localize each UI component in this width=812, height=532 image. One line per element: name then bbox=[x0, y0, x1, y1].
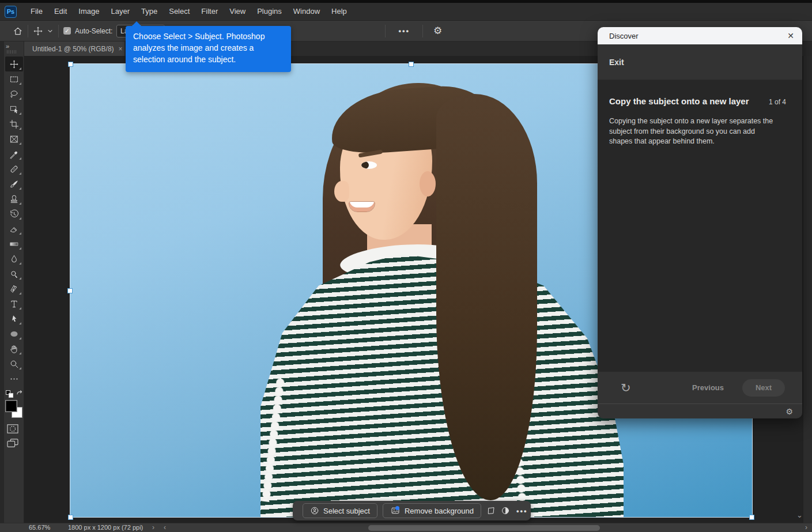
tool-dodge-button[interactable] bbox=[5, 266, 23, 281]
chevron-down-icon bbox=[47, 28, 54, 35]
menu-window[interactable]: Window bbox=[288, 3, 326, 20]
tool-lasso-button[interactable] bbox=[5, 86, 23, 101]
close-tab-icon[interactable]: × bbox=[119, 45, 123, 53]
transform-handle-bottom-left[interactable] bbox=[68, 515, 73, 520]
scroll-left-arrow-icon[interactable]: ‹ bbox=[164, 523, 166, 532]
auto-select-label: Auto-Select: bbox=[75, 27, 112, 35]
right-panel-strip bbox=[803, 56, 812, 523]
foreground-color-swatch[interactable] bbox=[5, 400, 17, 412]
menu-image[interactable]: Image bbox=[73, 3, 105, 20]
screen-mode-icon[interactable] bbox=[6, 438, 19, 448]
tool-frame-button[interactable] bbox=[5, 131, 23, 146]
object-selection-icon bbox=[9, 104, 19, 114]
quick-mask-icon[interactable] bbox=[6, 424, 19, 434]
tool-type-button[interactable] bbox=[5, 296, 23, 311]
coachmark-tooltip: Choose Select > Subject. Photoshop analy… bbox=[126, 26, 291, 72]
tool-gradient-button[interactable] bbox=[5, 236, 23, 251]
tool-marquee-button[interactable] bbox=[5, 71, 23, 86]
tool-healing-brush-button[interactable] bbox=[5, 161, 23, 176]
marquee-icon bbox=[9, 74, 19, 84]
swap-colors-icon[interactable] bbox=[16, 389, 24, 397]
menu-select[interactable]: Select bbox=[163, 3, 195, 20]
discover-settings-row: ⚙ bbox=[598, 403, 802, 418]
auto-select-checkbox[interactable]: ✓ bbox=[63, 27, 71, 35]
tool-move-button[interactable] bbox=[5, 56, 23, 71]
tool-pen-button[interactable] bbox=[5, 281, 23, 296]
previous-button[interactable]: Previous bbox=[692, 383, 724, 392]
transform-handle-bottom-right[interactable] bbox=[749, 515, 754, 520]
horizontal-scrollbar-thumb[interactable] bbox=[368, 525, 600, 531]
menu-type[interactable]: Type bbox=[135, 3, 163, 20]
tool-clone-stamp-button[interactable] bbox=[5, 191, 23, 206]
collapse-chevron-icon[interactable]: ⌄ bbox=[796, 511, 803, 519]
tool-eraser-button[interactable] bbox=[5, 221, 23, 236]
type-icon bbox=[9, 299, 19, 309]
tool-hand-button[interactable] bbox=[5, 341, 23, 356]
tool-blur-button[interactable] bbox=[5, 251, 23, 266]
tool-path-selection-button[interactable] bbox=[5, 311, 23, 326]
move-icon bbox=[9, 59, 19, 69]
magnifier-icon bbox=[9, 359, 19, 369]
blur-drop-icon bbox=[9, 254, 19, 264]
current-tool-button[interactable] bbox=[33, 26, 43, 36]
refresh-icon[interactable]: ↻ bbox=[621, 382, 631, 394]
discover-panel-header[interactable]: Discover ✕ bbox=[598, 27, 802, 44]
discover-footer: ↻ Previous Next bbox=[598, 372, 802, 403]
checkmark-icon: ✓ bbox=[65, 28, 69, 34]
tool-crop-button[interactable] bbox=[5, 116, 23, 131]
divider bbox=[385, 25, 386, 37]
discover-exit-row[interactable]: Exit bbox=[598, 44, 802, 80]
contextual-task-bar: Select subject Remove background ••• bbox=[293, 501, 531, 520]
menu-view[interactable]: View bbox=[224, 3, 251, 20]
tool-eyedropper-button[interactable] bbox=[5, 146, 23, 161]
default-colors-icon-back[interactable] bbox=[9, 393, 13, 398]
transform-handle-top-middle[interactable] bbox=[409, 62, 414, 67]
image-icon-wrap bbox=[390, 505, 401, 516]
color-swatches bbox=[5, 400, 24, 420]
person-icon bbox=[310, 506, 319, 515]
document-info: 1800 px x 1200 px (72 ppi) bbox=[68, 523, 143, 532]
history-brush-icon bbox=[9, 209, 19, 219]
scroll-right-arrow-icon[interactable]: › bbox=[805, 523, 807, 532]
tool-preset-chevron[interactable] bbox=[47, 28, 54, 35]
tool-list bbox=[5, 56, 23, 386]
menu-plugins[interactable]: Plugins bbox=[251, 3, 288, 20]
pen-icon bbox=[9, 284, 19, 294]
taskbar-more-options-icon[interactable]: ••• bbox=[515, 507, 529, 515]
toolbar-grip[interactable] bbox=[7, 50, 17, 54]
brush-icon bbox=[9, 179, 19, 189]
menu-edit[interactable]: Edit bbox=[48, 3, 73, 20]
transform-image-button[interactable] bbox=[486, 504, 496, 518]
divider bbox=[58, 25, 59, 37]
remove-background-button[interactable]: Remove background bbox=[383, 503, 481, 518]
photoshop-logo[interactable]: Ps bbox=[5, 6, 17, 18]
expand-toolbar-icon[interactable]: » bbox=[6, 43, 9, 50]
gear-icon[interactable]: ⚙ bbox=[433, 26, 442, 36]
document-tab[interactable]: Untitled-1 @ 50% (RGB/8) × bbox=[24, 41, 124, 56]
zoom-level-field[interactable]: 65.67% bbox=[29, 523, 50, 532]
tool-brush-button[interactable] bbox=[5, 176, 23, 191]
tool-object-selection-button[interactable] bbox=[5, 101, 23, 116]
menu-layer[interactable]: Layer bbox=[105, 3, 136, 20]
discover-panel-title: Discover bbox=[609, 32, 787, 40]
lasso-icon bbox=[9, 89, 19, 99]
transform-handle-middle-left[interactable] bbox=[67, 288, 73, 293]
half-circle-icon bbox=[501, 506, 510, 515]
menu-filter[interactable]: Filter bbox=[195, 3, 224, 20]
tool-zoom-button[interactable] bbox=[5, 356, 23, 371]
select-subject-button[interactable]: Select subject bbox=[303, 503, 377, 518]
more-options-icon[interactable]: ••• bbox=[398, 27, 410, 35]
menu-help[interactable]: Help bbox=[326, 3, 353, 20]
status-expand-arrow-icon[interactable]: › bbox=[152, 523, 154, 532]
menu-file[interactable]: File bbox=[25, 3, 48, 20]
adjustment-button[interactable] bbox=[501, 504, 510, 518]
gear-icon[interactable]: ⚙ bbox=[785, 408, 793, 416]
edit-toolbar-button[interactable] bbox=[5, 371, 23, 386]
next-button[interactable]: Next bbox=[742, 379, 785, 397]
tool-history-brush-button[interactable] bbox=[5, 206, 23, 221]
transform-handle-top-left[interactable] bbox=[68, 62, 73, 67]
home-button[interactable] bbox=[13, 26, 23, 36]
tool-ellipse-shape-button[interactable] bbox=[5, 326, 23, 341]
document-tab-title: Untitled-1 @ 50% (RGB/8) bbox=[32, 45, 114, 53]
close-icon[interactable]: ✕ bbox=[787, 31, 794, 40]
